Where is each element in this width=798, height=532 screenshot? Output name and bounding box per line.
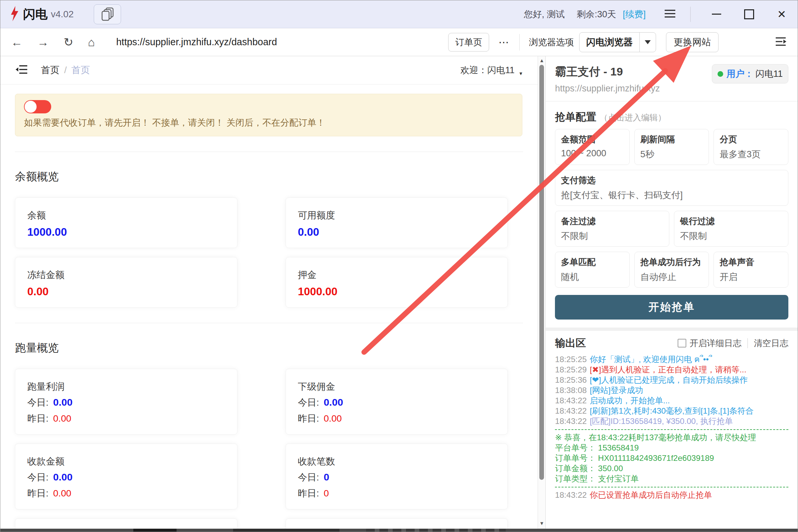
section-divider — [15, 323, 523, 323]
success-line: 平台单号： 153658419 — [555, 442, 788, 453]
order-page-button[interactable]: 订单页 — [448, 33, 489, 52]
user-badge-name: 闪电11 — [756, 68, 783, 80]
online-dot-icon — [718, 71, 723, 77]
log-dashed-divider — [555, 487, 788, 488]
config-value: 不限制 — [561, 230, 663, 242]
card-label: 收款笔数 — [298, 455, 496, 468]
card-label: 可用额度 — [298, 209, 496, 222]
log-message: [❤]人机验证已处理完成，自动开始后续操作 — [590, 375, 748, 384]
success-line: 订单单号： HX01111842493671f2e6039189 — [555, 453, 788, 463]
volume-card: 收款金额 今日:0.00 昨日:0.00 — [15, 443, 238, 509]
yesterday-label: 昨日: — [298, 412, 319, 425]
reload-icon[interactable]: ↻ — [63, 36, 73, 48]
success-line: ※ 恭喜，在18:43:22耗时137毫秒抢单成功，请尽快处理 — [555, 432, 788, 442]
card-label: 下级佣金 — [298, 380, 496, 393]
user-greeting: 您好, 测试 — [524, 8, 565, 20]
dashboard-page: 如果需要代收订单，请先开启！ 不接单，请关闭！ 关闭后，不在分配订单！ 余额概览… — [0, 84, 538, 532]
days-remaining: 剩余:30天 — [576, 8, 616, 20]
config-card-after-success[interactable]: 抢单成功后行为 自动停止 — [634, 252, 709, 288]
log-message: 启动成功，开始抢单... — [590, 396, 670, 405]
today-label: 今日: — [27, 471, 49, 484]
log-line: 18:25:25你好「测试」, 欢迎使用闪电 ฅ՞••՞ — [555, 354, 788, 364]
config-card-amount-range[interactable]: 金额范围 100 ~ 2000 — [555, 129, 630, 165]
config-card-note-filter[interactable]: 备注过滤 不限制 — [555, 211, 669, 247]
start-grab-button[interactable]: 开始抢单 — [555, 295, 788, 320]
nav-separator — [519, 34, 520, 51]
switch-site-button[interactable]: 更换网站 — [666, 32, 719, 52]
detail-log-checkbox[interactable] — [678, 339, 686, 347]
config-card-refresh-interval[interactable]: 刷新间隔 5秒 — [634, 129, 709, 165]
lightning-icon — [10, 6, 20, 23]
accept-order-toggle[interactable] — [24, 100, 51, 113]
url-text[interactable]: https://supplier.jmzhifu.xyz/dashboard — [116, 37, 277, 48]
taskbar-strip — [0, 529, 798, 532]
balance-card: 可用额度 0.00 — [286, 197, 508, 248]
log-time: 18:25:36 — [555, 375, 587, 384]
config-card-bank-filter[interactable]: 银行过滤 不限制 — [674, 211, 788, 247]
config-hint[interactable]: （点击进入编辑） — [600, 112, 666, 123]
config-card-payment-filter[interactable]: 支付筛选 抢[支付宝、银行卡、扫码支付] — [555, 170, 788, 206]
log-line: 18:38:08[网站]登录成功 — [555, 385, 788, 395]
balance-card: 押金 1000.00 — [286, 257, 508, 307]
section-divider — [15, 152, 523, 152]
yesterday-value: 0.00 — [53, 413, 72, 424]
clear-log-link[interactable]: 清空日志 — [754, 338, 788, 349]
log-line: 18:43:22[刷新]第1次,耗时:430毫秒,查到[1]条,[1]条符合 — [555, 406, 788, 416]
minimize-button[interactable] — [710, 8, 723, 21]
welcome-user[interactable]: 欢迎：闪电11 — [460, 64, 514, 76]
config-label: 银行过滤 — [680, 215, 782, 227]
yesterday-label: 昨日: — [27, 487, 49, 500]
volume-card: 收款笔数 今日:0 昨日:0 — [286, 443, 508, 509]
volume-cards: 跑量利润 今日:0.00 昨日:0.00 下级佣金 今日:0.00 昨日:0.0… — [15, 369, 508, 532]
browser-select-value: 闪电浏览器 — [580, 33, 640, 52]
output-title: 输出区 — [555, 336, 586, 350]
config-value: 最多查3页 — [720, 148, 782, 160]
scroll-down-icon[interactable]: ▼ — [538, 520, 545, 526]
app-version: v4.02 — [51, 9, 74, 20]
renew-link[interactable]: [续费] — [623, 8, 646, 20]
scrollbar-thumb[interactable] — [539, 65, 544, 480]
detail-log-label[interactable]: 开启详细日志 — [690, 338, 741, 349]
log-output: 18:25:25你好「测试」, 欢迎使用闪电 ฅ՞••՞ 18:25:29[✖]… — [555, 354, 788, 500]
browser-options-label: 浏览器选项 — [529, 36, 574, 48]
welcome-caret-icon[interactable]: ▼ — [518, 71, 523, 76]
breadcrumb-current: 首页 — [72, 64, 90, 76]
maximize-button[interactable] — [742, 8, 756, 21]
balance-card: 冻结金额 0.00 — [15, 257, 238, 307]
minimize-icon — [712, 14, 721, 15]
config-label: 抢单声音 — [720, 256, 782, 268]
forward-icon[interactable]: → — [37, 36, 49, 48]
log-time: 18:43:22 — [555, 396, 587, 405]
log-time: 18:43:22 — [555, 406, 587, 415]
config-card-multi-match[interactable]: 多单匹配 随机 — [555, 252, 630, 288]
main-scrollbar[interactable]: ▲ ▼ — [538, 56, 545, 532]
card-value: 1000.00 — [27, 226, 225, 239]
breadcrumb-separator: / — [64, 65, 67, 75]
config-value: 不限制 — [680, 230, 782, 242]
back-icon[interactable]: ← — [11, 36, 23, 48]
more-options-icon[interactable]: ⋯ — [498, 36, 510, 49]
browser-select[interactable]: 闪电浏览器 — [579, 32, 656, 52]
panel-toggle-icon[interactable] — [775, 36, 787, 48]
config-card-sound[interactable]: 抢单声音 开启 — [714, 252, 788, 288]
yesterday-value: 0.00 — [53, 488, 72, 499]
close-button[interactable]: ✕ — [775, 8, 788, 21]
scroll-up-icon[interactable]: ▲ — [538, 58, 545, 63]
home-icon[interactable]: ⌂ — [88, 36, 95, 48]
today-value: 0.00 — [324, 397, 343, 408]
config-label: 抢单成功后行为 — [640, 256, 703, 268]
breadcrumb-home[interactable]: 首页 — [41, 64, 59, 76]
log-time: 18:43:22 — [555, 491, 587, 499]
multi-window-button[interactable] — [94, 4, 121, 24]
grab-order-panel: 霸王支付 - 19 https://supplier.jmzhifu.xyz 用… — [545, 56, 798, 532]
menu-fold-icon[interactable] — [15, 63, 28, 77]
browser-select-caret[interactable] — [640, 33, 656, 52]
titlebar-separator — [690, 7, 690, 22]
alert-text: 如果需要代收订单，请先开启！ 不接单，请关闭！ 关闭后，不在分配订单！ — [24, 117, 513, 129]
menu-icon[interactable] — [664, 9, 676, 20]
balance-cards: 余额 1000.00 可用额度 0.00 冻结金额 0.00 押金 1000.0… — [15, 197, 508, 307]
volume-card: 跑量利润 今日:0.00 昨日:0.00 — [15, 369, 238, 435]
browser-nav-bar: ← → ↻ ⌂ https://supplier.jmzhifu.xyz/das… — [0, 28, 798, 56]
today-value: 0.00 — [53, 472, 73, 483]
config-card-paging[interactable]: 分页 最多查3页 — [714, 129, 788, 165]
